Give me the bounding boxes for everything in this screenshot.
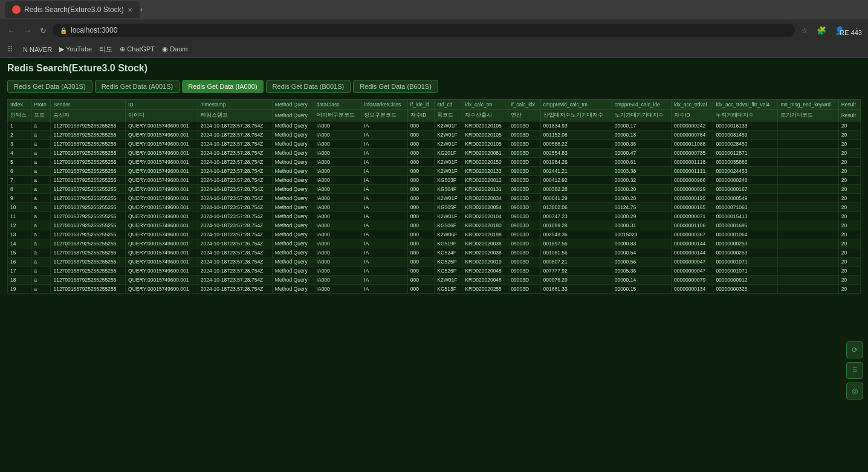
table-cell: 00000001111 xyxy=(672,167,713,176)
tab-ia000[interactable]: Redis Get Data (IA000) xyxy=(182,80,263,93)
table-cell: 20 xyxy=(838,140,860,149)
table-cell: QUERY:00015749600.001 xyxy=(126,140,198,149)
table-cell: IA xyxy=(361,248,407,257)
table-cell: IA xyxy=(361,230,407,239)
col-method: Method Query xyxy=(272,100,314,110)
side-btn-1[interactable]: ⟳ xyxy=(846,341,863,358)
table-cell: a xyxy=(31,149,51,158)
table-cell: 001099.28 xyxy=(540,221,612,230)
new-tab-button[interactable]: + xyxy=(140,6,143,13)
table-cell xyxy=(778,230,838,239)
table-cell: 00000000253 xyxy=(713,248,778,257)
table-cell xyxy=(778,212,838,221)
table-cell: a xyxy=(31,203,51,212)
table-cell: 007777.92 xyxy=(540,267,612,276)
table-cell: 000 xyxy=(407,248,434,257)
table-cell: Method Query xyxy=(272,248,314,257)
table-cell xyxy=(778,185,838,194)
sub-method: Method Query xyxy=(272,110,314,121)
table-cell: 00000000242 xyxy=(672,121,713,131)
table-cell: 09003D xyxy=(508,257,540,267)
table-cell: KRD020020081 xyxy=(462,149,508,158)
table-cell: K2W01F xyxy=(435,140,462,149)
table-cell: 000 xyxy=(407,257,434,267)
close-tab-button[interactable]: ✕ xyxy=(128,7,132,13)
table-cell: K2W01F xyxy=(435,212,462,221)
bookmark-chatgpt[interactable]: ⊕ ChatGPT xyxy=(120,45,155,53)
table-cell: QUERY:00015749600.001 xyxy=(126,221,198,230)
table-cell: 15 xyxy=(8,248,31,257)
table-cell: KRD020020012 xyxy=(462,176,508,185)
table-cell: IA000 xyxy=(314,185,361,194)
table-cell: 1127001637925255255255 xyxy=(51,185,126,194)
browser-tab[interactable]: Redis Search(Exture3.0 Stock) ✕ xyxy=(5,1,140,18)
table-cell: 4 xyxy=(8,149,31,158)
table-cell: 20 xyxy=(838,212,860,221)
table-cell: IA000 xyxy=(314,257,361,267)
sub-cmpprevid: 산업대지수노기기대지수 xyxy=(540,110,612,121)
table-cell: IA000 xyxy=(314,176,361,185)
table-cell: 000076.29 xyxy=(540,276,612,285)
col-infomarket: infoMarketClass xyxy=(361,100,407,110)
bookmarks-bar: ⠿ N NAVER ▶ YouTube 티도 ⊕ ChatGPT ◉ Daum xyxy=(0,41,868,58)
table-cell: IA000 xyxy=(314,140,361,149)
table-cell: 09003D xyxy=(508,230,540,239)
side-btn-3[interactable]: ◎ xyxy=(846,383,863,399)
table-cell: KRD020020048 xyxy=(462,267,508,276)
table-row: 18a1127001637925255255255QUERY:000157496… xyxy=(8,276,861,285)
table-cell xyxy=(778,176,838,185)
forward-button[interactable]: → xyxy=(21,25,34,36)
table-cell: 1127001637925255255255 xyxy=(51,158,126,167)
browser-chrome: Redis Search(Exture3.0 Stock) ✕ + ← → ↻ … xyxy=(0,0,868,58)
table-cell: 2024-10-18T23:57:28.754Z xyxy=(198,194,272,203)
table-cell xyxy=(778,149,838,158)
table-cell: Method Query xyxy=(272,167,314,176)
tab-b001s[interactable]: Redis Get Data (B001S) xyxy=(266,80,351,93)
col-ms-msg: ms_msg_end_keywrd xyxy=(778,100,838,110)
table-cell: 013802.06 xyxy=(540,203,612,212)
tab-b601s[interactable]: Redis Get Data (B601S) xyxy=(353,80,438,93)
table-cell: 1127001637925255255255 xyxy=(51,285,126,294)
table-cell: 00000028450 xyxy=(713,140,778,149)
bookmark-tido[interactable]: 티도 xyxy=(99,45,112,54)
table-cell: 2024-10-18T23:57:28.754Z xyxy=(198,158,272,167)
table-cell: QUERY:00015749600.001 xyxy=(126,185,198,194)
table-cell: 17 xyxy=(8,267,31,276)
table-cell: 7 xyxy=(8,176,31,185)
table-cell: 1127001637925255255255 xyxy=(51,230,126,239)
table-cell: 00000.14 xyxy=(612,276,671,285)
table-cell: IA000 xyxy=(314,267,361,276)
bookmark-button[interactable]: ☆ xyxy=(798,25,811,36)
sub-dataclass: 데이터구분코드 xyxy=(314,110,361,121)
table-cell: IA000 xyxy=(314,239,361,248)
table-cell: 00000.17 xyxy=(612,121,671,131)
back-button[interactable]: ← xyxy=(5,25,18,36)
bookmark-daum[interactable]: ◉ Daum xyxy=(162,45,187,53)
table-cell: 1127001637925255255255 xyxy=(51,212,126,221)
table-cell: 09003D xyxy=(508,248,540,257)
table-cell: a xyxy=(31,257,51,267)
side-btn-2[interactable]: ⠿ xyxy=(846,362,863,379)
table-cell: KRD020020105 xyxy=(462,131,508,140)
bookmark-youtube[interactable]: ▶ YouTube xyxy=(59,45,92,53)
table-cell: 00000.47 xyxy=(612,149,671,158)
tab-a001s[interactable]: Redis Get Data (A001S) xyxy=(95,80,180,93)
bookmark-naver[interactable]: N NAVER xyxy=(23,46,52,53)
apps-button[interactable]: ⠿ xyxy=(5,44,16,55)
table-cell: KRD020020104 xyxy=(462,212,508,221)
reload-button[interactable]: ↻ xyxy=(37,25,49,36)
col-timestamp: Timestamp xyxy=(198,100,272,110)
table-cell: 000 xyxy=(407,230,434,239)
table-cell xyxy=(778,248,838,257)
extensions-button[interactable]: 🧩 xyxy=(814,25,829,36)
table-cell: QUERY:00015749600.001 xyxy=(126,167,198,176)
table-cell: KG513F xyxy=(435,285,462,294)
url-box[interactable]: 🔒 localhost:3000 xyxy=(53,24,795,37)
table-row: 19a1127001637925255255255QUERY:000157496… xyxy=(8,285,861,294)
table-cell: 002548.36 xyxy=(540,230,612,239)
table-cell xyxy=(778,276,838,285)
tab-a301s[interactable]: Redis Get Data (A301S) xyxy=(7,80,92,93)
table-cell: 2024-10-18T23:57:28.754Z xyxy=(198,131,272,140)
table-cell: 00000000325 xyxy=(713,285,778,294)
table-cell xyxy=(778,239,838,248)
